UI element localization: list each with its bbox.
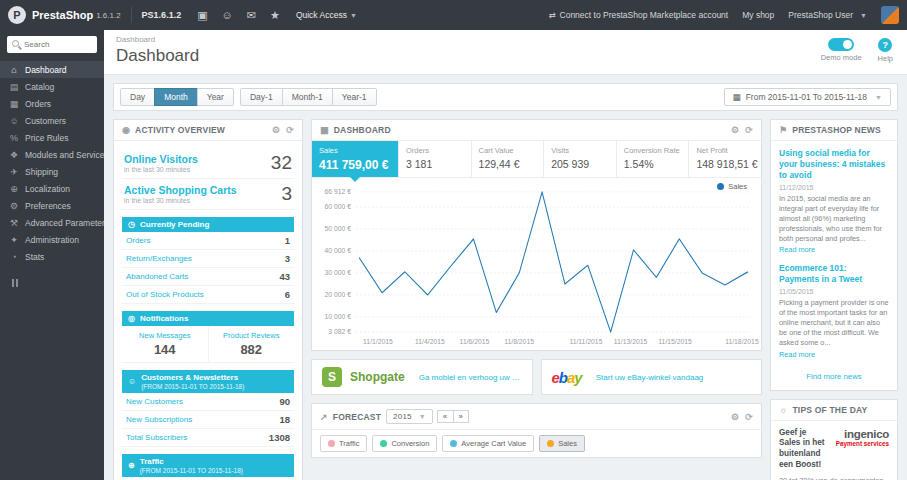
panel-refresh-icon[interactable]: ⟳ xyxy=(745,412,753,422)
sidebar-item-catalog[interactable]: ▤ Catalog xyxy=(0,78,104,95)
sidebar-item-orders[interactable]: ▦ Orders xyxy=(0,95,104,112)
forecast-toggle-traffic[interactable]: Traffic xyxy=(320,435,367,452)
kpi-orders[interactable]: Orders 3 181 xyxy=(399,141,472,177)
online-visitors-row[interactable]: Online Visitors in the last 30 minutes 3… xyxy=(122,148,294,179)
new-subscriptions-row[interactable]: New Subscriptions 18 xyxy=(122,411,294,429)
sidebar-item-preferences[interactable]: ⚙ Preferences xyxy=(0,197,104,214)
calendar-icon: ▦ xyxy=(733,92,741,102)
read-more-link[interactable]: Read more xyxy=(779,350,889,359)
notifications-section-header: ◎ Notifications xyxy=(122,311,294,326)
page-header: Dashboard Dashboard Demo mode ? Help xyxy=(104,30,907,75)
date-range-picker[interactable]: ▦ From 2015-11-01 To 2015-11-18 ▼ xyxy=(724,88,891,106)
kpi-net-profit[interactable]: Net Profit 148 918,51 € xyxy=(689,141,761,177)
ingenico-logo: ingenico Payment services xyxy=(836,428,889,447)
panel-settings-icon[interactable]: ⚙ xyxy=(272,125,280,135)
sidebar-item-dashboard[interactable]: ⌂ Dashboard xyxy=(0,61,104,78)
orders-notification-icon[interactable]: ▣ xyxy=(197,9,207,22)
sidebar-item-customers[interactable]: ☺ Customers xyxy=(0,112,104,129)
chevron-down-icon: ▼ xyxy=(419,413,426,420)
sidebar-item-shipping[interactable]: ✈ Shipping xyxy=(0,163,104,180)
filter-year-button[interactable]: Year xyxy=(197,88,234,106)
customers-icon: ☺ xyxy=(128,377,136,386)
filter-day-button[interactable]: Day xyxy=(120,88,155,106)
pending-section-header: ◷ Currently Pending xyxy=(122,217,294,232)
news-panel-header: ⚑ PRESTASHOP NEWS xyxy=(771,120,897,141)
shopgate-link[interactable]: Ga mobiel en verhoog uw omzet xyxy=(419,373,522,382)
kpi-cart-value[interactable]: Cart Value 129,44 € xyxy=(472,141,545,177)
ebay-logo: ebay xyxy=(552,369,582,386)
filter-year-1-button[interactable]: Year-1 xyxy=(332,88,377,106)
quick-access-menu[interactable]: Quick Access▼ xyxy=(296,10,357,20)
news-article-title[interactable]: Ecommerce 101: Payments in a Tweet xyxy=(779,263,889,285)
sidebar-item-price-rules[interactable]: % Price Rules xyxy=(0,129,104,146)
news-column: ⚑ PRESTASHOP NEWS Using social media for… xyxy=(770,119,898,480)
demo-mode-label: Demo mode xyxy=(821,53,862,62)
chart-legend-sales[interactable]: Sales xyxy=(717,182,747,191)
sidebar-item-stats[interactable]: ◔ Stats xyxy=(0,248,104,265)
sidebar-item-advanced-parameters[interactable]: ⚒ Advanced Parameters xyxy=(0,214,104,231)
legend-dot-icon xyxy=(328,440,335,447)
forecast-toggle-sales[interactable]: Sales xyxy=(539,435,585,452)
sidebar-item-administration[interactable]: ✦ Administration xyxy=(0,231,104,248)
ebay-link[interactable]: Start uw eBay-winkel vandaag xyxy=(596,373,704,382)
user-avatar[interactable] xyxy=(881,6,899,24)
panel-refresh-icon[interactable]: ⟳ xyxy=(745,125,753,135)
help-control: ? Help xyxy=(878,38,893,63)
kpi-sales[interactable]: Sales 411 759,00 € xyxy=(312,141,399,177)
kpi-conversion-rate[interactable]: Conversion Rate 1.54% xyxy=(617,141,690,177)
user-menu[interactable]: PrestaShop User▼ xyxy=(788,10,867,20)
find-more-news-link[interactable]: Find more news xyxy=(779,368,889,383)
forecast-toggle-average-cart-value[interactable]: Average Cart Value xyxy=(442,435,534,452)
marketplace-link[interactable]: ⇄ Connect to PrestaShop Marketplace acco… xyxy=(548,10,728,20)
new-customers-row[interactable]: New Customers 90 xyxy=(122,393,294,411)
my-shop-link[interactable]: My shop xyxy=(742,10,774,20)
pending-returns-row[interactable]: Return/Exchanges 3 xyxy=(122,250,294,268)
activity-panel-header: ◉ ACTIVITY OVERVIEW ⚙ ⟳ xyxy=(114,120,302,141)
clock-icon: ◷ xyxy=(128,220,135,229)
dashboard-column: ▦ DASHBOARD ⚙ ⟳ Sales 411 759,00 € xyxy=(311,119,762,466)
product-reviews-cell[interactable]: Product Reviews 882 xyxy=(208,326,295,362)
legend-dot-icon xyxy=(547,440,554,447)
out-of-stock-row[interactable]: Out of Stock Products 6 xyxy=(122,286,294,304)
next-year-icon[interactable]: » xyxy=(453,410,470,423)
module-banners: S Shopgate Ga mobiel en verhoog uw omzet… xyxy=(311,359,762,395)
pending-orders-row[interactable]: Orders 1 xyxy=(122,232,294,250)
forecast-year-select[interactable]: 2015 ▼ xyxy=(386,409,433,424)
tips-of-the-day-panel: ☼ TIPS OF THE DAY Geef je Sales in het b… xyxy=(770,399,898,480)
forecast-toggle-conversion[interactable]: Conversion xyxy=(372,435,437,452)
read-more-link[interactable]: Read more xyxy=(779,245,889,254)
customers-notification-icon[interactable]: ☺ xyxy=(222,9,233,21)
stats-icon: ◔ xyxy=(9,252,19,262)
prestashop-logo-icon[interactable]: P xyxy=(8,6,26,24)
admin-icon: ✦ xyxy=(9,235,19,245)
ebay-banner: ebay Start uw eBay-winkel vandaag xyxy=(541,359,763,395)
panel-settings-icon[interactable]: ⚙ xyxy=(731,412,739,422)
notifications-columns: New Messages 144 Product Reviews 882 xyxy=(122,326,294,363)
news-article-title[interactable]: Using social media for your business: 4 … xyxy=(779,148,889,181)
sidebar-item-modules[interactable]: ❖ Modules and Services xyxy=(0,146,104,163)
kpi-visits[interactable]: Visits 205 939 xyxy=(544,141,617,177)
tip-bulb-icon: ☼ xyxy=(779,405,787,415)
news-flag-icon: ⚑ xyxy=(779,125,787,135)
tip-heading: Geef je Sales in het buitenland een Boos… xyxy=(779,428,830,471)
filter-month-button[interactable]: Month xyxy=(154,88,198,106)
demo-mode-toggle[interactable] xyxy=(828,38,854,51)
sidebar-item-localization[interactable]: ⊕ Localization xyxy=(0,180,104,197)
active-carts-row[interactable]: Active Shopping Carts in the last 30 min… xyxy=(122,179,294,210)
search-input[interactable] xyxy=(7,36,97,53)
filter-month-1-button[interactable]: Month-1 xyxy=(282,88,333,106)
abandoned-carts-row[interactable]: Abandoned Carts 43 xyxy=(122,268,294,286)
new-messages-cell[interactable]: New Messages 144 xyxy=(122,326,208,362)
messages-notification-icon[interactable]: ✉ xyxy=(247,9,256,22)
help-icon[interactable]: ? xyxy=(878,38,892,52)
price-tag-icon: % xyxy=(9,133,19,143)
sidebar-collapse-button[interactable] xyxy=(12,279,104,287)
panel-settings-icon[interactable]: ⚙ xyxy=(731,125,739,135)
activity-icon: ◉ xyxy=(122,125,130,135)
total-subscribers-row[interactable]: Total Subscribers 1308 xyxy=(122,429,294,447)
previous-year-icon[interactable]: « xyxy=(437,410,454,423)
panel-refresh-icon[interactable]: ⟳ xyxy=(286,125,294,135)
filter-day-1-button[interactable]: Day-1 xyxy=(240,88,283,106)
forecast-panel: ↗ FORECAST 2015 ▼ « » ⚙ ⟳ xyxy=(311,403,762,458)
badges-icon[interactable]: ★ xyxy=(270,9,280,22)
